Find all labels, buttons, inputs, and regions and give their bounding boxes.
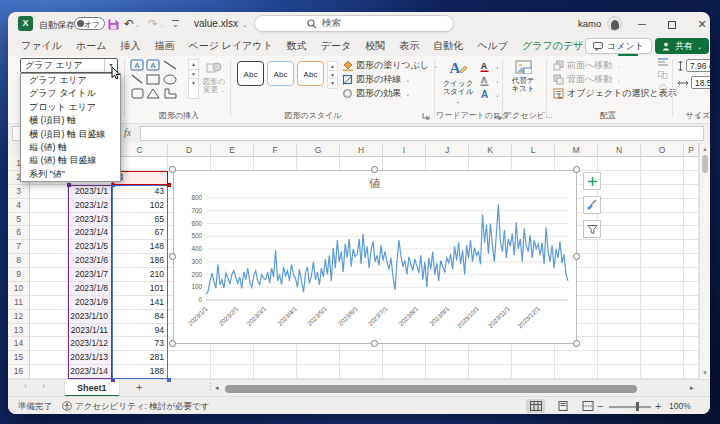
cell-K1[interactable] xyxy=(469,157,512,171)
shape-style-thumb-1[interactable]: Abc xyxy=(237,61,264,86)
horizontal-scroll-thumb[interactable] xyxy=(225,385,637,393)
cell-O6[interactable] xyxy=(641,226,684,240)
cell-N6[interactable] xyxy=(598,226,641,240)
cell-G15[interactable] xyxy=(297,351,340,365)
row-header-8[interactable]: 8 xyxy=(8,254,30,268)
rotate-objects-button[interactable] xyxy=(656,84,670,97)
cell-P13[interactable] xyxy=(684,324,699,338)
cell-B3[interactable]: 2023/1/1 xyxy=(68,185,112,199)
cell-C15[interactable]: 281 xyxy=(112,351,168,365)
column-header-P[interactable]: P xyxy=(684,143,699,157)
chart-elements-button[interactable] xyxy=(583,172,601,190)
cell-H16[interactable] xyxy=(340,365,383,379)
chart-resize-handle[interactable] xyxy=(371,340,378,347)
cell-A10[interactable] xyxy=(30,282,68,296)
cell-P5[interactable] xyxy=(684,213,699,227)
cell-P1[interactable] xyxy=(684,157,699,171)
cell-M16[interactable] xyxy=(555,365,598,379)
account-user-name[interactable]: kamo xyxy=(578,18,601,29)
chart-resize-handle[interactable] xyxy=(169,166,176,173)
cell-N11[interactable] xyxy=(598,296,641,310)
add-sheet-button[interactable]: + xyxy=(136,381,142,393)
chart-element-selector[interactable]: グラフ エリア ▾ xyxy=(20,58,118,73)
cell-B8[interactable]: 2023/1/6 xyxy=(68,254,112,268)
row-header-15[interactable]: 15 xyxy=(8,351,30,365)
cell-F16[interactable] xyxy=(254,365,297,379)
ribbon-tab-自動化[interactable]: 自動化 xyxy=(426,36,470,56)
cell-N5[interactable] xyxy=(598,213,641,227)
cell-A14[interactable] xyxy=(30,337,68,351)
scrollbar-splitter[interactable]: ⋮ xyxy=(206,382,214,391)
cell-A6[interactable] xyxy=(30,226,68,240)
alt-text-button[interactable]: 代替テ キスト xyxy=(508,60,538,94)
dropdown-item[interactable]: 系列 "値" xyxy=(21,168,120,181)
document-title[interactable]: value.xlsx ⌄ xyxy=(194,18,248,29)
ribbon-tab-数式[interactable]: 数式 xyxy=(280,36,314,56)
zoom-slider[interactable] xyxy=(609,406,651,408)
cell-B7[interactable]: 2023/1/5 xyxy=(68,240,112,254)
vertical-scroll-thumb[interactable] xyxy=(702,155,708,173)
row-header-16[interactable]: 16 xyxy=(8,365,30,379)
row-header-14[interactable]: 14 xyxy=(8,337,30,351)
cell-C9[interactable]: 210 xyxy=(112,268,168,282)
dropdown-item[interactable]: 縦 (値) 軸 xyxy=(21,141,120,154)
cell-A8[interactable] xyxy=(30,254,68,268)
cell-C10[interactable]: 101 xyxy=(112,282,168,296)
cell-I15[interactable] xyxy=(383,351,426,365)
chart-styles-button[interactable] xyxy=(583,196,601,214)
redo-button[interactable]: ↷⌄ xyxy=(148,16,164,32)
cell-E16[interactable] xyxy=(211,365,254,379)
avatar[interactable] xyxy=(607,16,622,31)
shape-fill-button[interactable]: 図形の塗りつぶし ⌄ xyxy=(342,58,438,72)
dropdown-item[interactable]: プロット エリア xyxy=(21,101,120,114)
cell-I1[interactable] xyxy=(383,157,426,171)
width-input[interactable]: 18.52 cm xyxy=(691,76,710,89)
formula-input[interactable] xyxy=(140,126,704,141)
cell-I16[interactable] xyxy=(383,365,426,379)
row-header-9[interactable]: 9 xyxy=(8,268,30,282)
undo-button[interactable]: ↶⌄ xyxy=(124,16,140,32)
cell-P11[interactable] xyxy=(684,296,699,310)
chart-title[interactable]: 値 xyxy=(369,177,381,189)
cell-O7[interactable] xyxy=(641,240,684,254)
row-header-13[interactable]: 13 xyxy=(8,324,30,338)
cell-O16[interactable] xyxy=(641,365,684,379)
dropdown-item[interactable]: グラフ タイトル xyxy=(21,87,120,100)
scroll-left-icon[interactable]: ◂ xyxy=(215,384,219,392)
cell-O1[interactable] xyxy=(641,157,684,171)
ribbon-tab-表示[interactable]: 表示 xyxy=(392,36,426,56)
cell-K15[interactable] xyxy=(469,351,512,365)
column-header-G[interactable]: G xyxy=(297,143,340,157)
cell-A13[interactable] xyxy=(30,324,68,338)
insert-function-icon[interactable]: fx xyxy=(124,127,131,138)
cell-P10[interactable] xyxy=(684,282,699,296)
text-fill-button[interactable]: A ⌄ xyxy=(480,59,500,73)
cell-O15[interactable] xyxy=(641,351,684,365)
autosave-toggle[interactable]: オフ xyxy=(74,17,105,30)
column-header-I[interactable]: I xyxy=(383,143,426,157)
quick-access-more-button[interactable]: ⌄ xyxy=(172,16,179,32)
cell-B15[interactable]: 2023/1/13 xyxy=(68,351,112,365)
scroll-right-icon[interactable]: ▸ xyxy=(690,384,694,392)
cell-N13[interactable] xyxy=(598,324,641,338)
cell-O5[interactable] xyxy=(641,213,684,227)
cell-J1[interactable] xyxy=(426,157,469,171)
ribbon-tab-描画[interactable]: 描画 xyxy=(147,36,181,56)
chart-resize-handle[interactable] xyxy=(573,166,580,173)
quick-styles-button[interactable]: A クイック スタイル ⌄ xyxy=(440,59,476,105)
cell-O12[interactable] xyxy=(641,310,684,324)
cell-K16[interactable] xyxy=(469,365,512,379)
cell-B10[interactable]: 2023/1/8 xyxy=(68,282,112,296)
row-header-12[interactable]: 12 xyxy=(8,310,30,324)
cell-G16[interactable] xyxy=(297,365,340,379)
comments-button[interactable]: コメント xyxy=(585,38,652,54)
column-header-O[interactable]: O xyxy=(641,143,684,157)
dropdown-item[interactable]: 横 (項目) 軸 目盛線 xyxy=(21,128,120,141)
column-header-M[interactable]: M xyxy=(555,143,598,157)
cell-P4[interactable] xyxy=(684,199,699,213)
cell-N10[interactable] xyxy=(598,282,641,296)
dialog-launcher-icon[interactable] xyxy=(422,112,430,120)
share-button[interactable]: 共有 ⌄ xyxy=(655,38,709,54)
cell-P8[interactable] xyxy=(684,254,699,268)
shape-height-field[interactable]: 7.96 cm ▲▼ xyxy=(677,59,710,72)
